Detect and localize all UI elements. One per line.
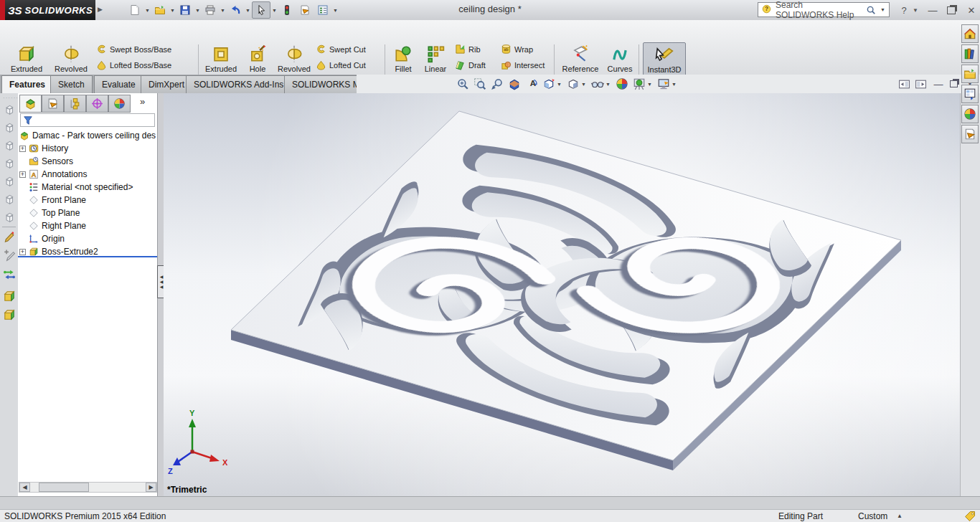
collapse-pane-left-button[interactable]	[896, 76, 913, 92]
view-cube-6-button[interactable]	[1, 191, 17, 207]
print-dropdown[interactable]: ▼	[220, 8, 226, 13]
lofted-cut-button[interactable]: Lofted Cut	[316, 59, 377, 72]
3d-viewport[interactable]: Y X Z	[164, 93, 960, 496]
doc-restore-button[interactable]	[948, 76, 960, 92]
help-button[interactable]: ?	[895, 3, 913, 17]
tree-filter-field[interactable]	[20, 113, 155, 127]
swept-cut-button[interactable]: Swept Cut	[316, 42, 377, 56]
tab-evaluate[interactable]: Evaluate	[94, 75, 143, 93]
help-dropdown[interactable]: ▼	[911, 3, 920, 17]
restore-button[interactable]	[943, 3, 960, 17]
view-palette-button[interactable]	[961, 85, 979, 103]
rollback-bar[interactable]	[18, 256, 157, 257]
rotate-view-button[interactable]	[523, 76, 540, 92]
undo-dropdown[interactable]: ▼	[245, 8, 251, 13]
doc-minimize-button[interactable]: —	[929, 76, 948, 92]
tab-property-manager[interactable]	[42, 95, 64, 113]
print-button[interactable]	[202, 2, 219, 18]
undo-button[interactable]	[227, 2, 244, 18]
units-dropdown-arrow[interactable]: ▲	[897, 513, 903, 519]
intersect-button[interactable]: Intersect	[501, 59, 545, 72]
rebuild-button[interactable]	[278, 2, 296, 18]
edit-appearance-button[interactable]	[613, 76, 631, 92]
wrap-button[interactable]: Wrap	[501, 42, 545, 56]
select-button[interactable]	[252, 1, 270, 19]
select-dropdown[interactable]: ▼	[271, 8, 278, 13]
tag-icon[interactable]	[964, 511, 976, 522]
apply-scene-button[interactable]: ▼	[631, 76, 655, 92]
design-library-button[interactable]	[961, 44, 979, 63]
scrollbar-thumb[interactable]	[39, 483, 89, 492]
tree-item[interactable]: Material <not specified>	[19, 181, 156, 194]
tab-dimxpert-manager[interactable]	[86, 95, 108, 113]
tree-item[interactable]: Right Plane	[19, 219, 156, 232]
sketch-button[interactable]	[1, 229, 17, 245]
expand-toggle[interactable]: +	[19, 171, 26, 178]
options-button[interactable]	[314, 2, 331, 18]
tab-configuration-manager[interactable]	[64, 95, 86, 113]
file-explorer-button[interactable]	[961, 65, 979, 83]
tab-design-tree[interactable]	[19, 95, 42, 113]
file-properties-button[interactable]	[296, 2, 314, 18]
tree-item[interactable]: +Annotations	[19, 168, 156, 181]
tree-item[interactable]: Sensors	[19, 155, 156, 168]
tree-item[interactable]: Damac - Park towers ceiling des	[19, 129, 156, 142]
tab-solidworks-add-ins[interactable]: SOLIDWORKS Add-Ins	[186, 75, 291, 93]
section-view-button[interactable]	[506, 76, 523, 92]
zoom-to-area-button[interactable]	[471, 76, 489, 92]
tab-dimxpert[interactable]: DimXpert	[141, 75, 192, 93]
collapse-pane-right-button[interactable]	[913, 76, 929, 92]
view-cube-2-button[interactable]	[1, 120, 17, 136]
boss-extrude-a-button[interactable]	[1, 288, 17, 304]
tab-features[interactable]: Features	[1, 75, 53, 93]
panel-tabs-overflow[interactable]: »	[140, 96, 145, 107]
view-settings-button[interactable]: ▼	[655, 76, 679, 92]
menu-expand-arrow[interactable]: ▶	[98, 6, 103, 13]
hide-show-items-button[interactable]: ▼	[589, 76, 613, 92]
scroll-right-button[interactable]: ▶	[146, 483, 156, 492]
display-style-button[interactable]: ▼	[565, 76, 589, 92]
draft-button[interactable]: Draft	[455, 59, 486, 72]
open-dropdown[interactable]: ▼	[169, 8, 176, 13]
scroll-left-button[interactable]: ◀	[19, 483, 30, 492]
view-cube-7-button[interactable]	[1, 209, 17, 225]
save-button[interactable]	[176, 2, 194, 18]
tree-horizontal-scrollbar[interactable]: ◀ ▶	[19, 482, 157, 493]
view-cube-4-button[interactable]	[1, 156, 17, 171]
tree-item[interactable]: Origin	[19, 232, 156, 245]
units-selector[interactable]: Custom	[858, 511, 887, 521]
search-icon[interactable]	[866, 5, 876, 15]
view-cube-1-button[interactable]	[1, 102, 17, 118]
options-dropdown[interactable]: ▼	[332, 8, 339, 13]
new-dropdown[interactable]: ▼	[144, 8, 151, 13]
solidworks-logo[interactable]: ЗS SOLIDWORKS	[5, 0, 95, 20]
view-cube-5-button[interactable]	[1, 174, 17, 189]
new-document-button[interactable]	[126, 2, 143, 18]
minimize-button[interactable]: —	[924, 3, 941, 17]
magnified-view-button[interactable]	[489, 76, 506, 92]
view-orientation-button[interactable]: ▼	[540, 76, 565, 92]
zoom-to-fit-button[interactable]	[454, 76, 471, 92]
expand-toggle[interactable]: +	[19, 146, 26, 152]
swept-boss-base-button[interactable]: Swept Boss/Base	[96, 42, 184, 56]
3d-sketch-button[interactable]	[1, 248, 17, 264]
lofted-boss-base-button[interactable]: Lofted Boss/Base	[96, 59, 184, 72]
appearances-scenes-button[interactable]	[961, 105, 979, 123]
expand-toggle[interactable]: +	[19, 249, 26, 255]
help-search-box[interactable]: Search SOLIDWORKS Help ▼	[758, 2, 890, 17]
search-dropdown[interactable]: ▼	[880, 7, 886, 12]
close-button[interactable]: ✕	[963, 3, 980, 17]
rib-button[interactable]: Rib	[455, 42, 486, 56]
boss-extrude-b-button[interactable]	[1, 307, 17, 323]
view-cube-3-button[interactable]	[1, 138, 17, 153]
open-button[interactable]	[151, 2, 169, 18]
tab-sketch[interactable]: Sketch	[50, 75, 93, 93]
save-dropdown[interactable]: ▼	[194, 8, 201, 13]
tab-display-manager[interactable]	[108, 95, 131, 113]
solidworks-resources-button[interactable]	[961, 24, 979, 43]
update-button[interactable]	[1, 267, 17, 283]
custom-properties-button[interactable]	[961, 125, 979, 143]
tree-item[interactable]: +History	[19, 142, 156, 155]
tree-item[interactable]: Front Plane	[19, 194, 156, 207]
tree-item[interactable]: Top Plane	[19, 207, 156, 219]
